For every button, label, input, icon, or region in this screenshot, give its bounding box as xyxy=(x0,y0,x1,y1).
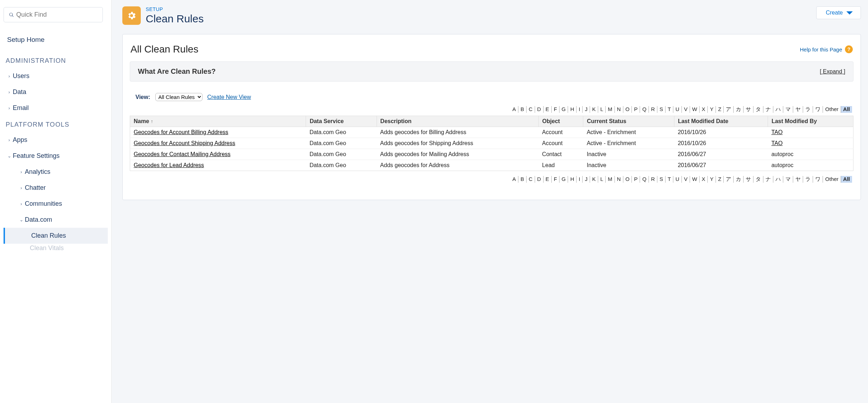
nav-data-com[interactable]: ⌄Data.com xyxy=(4,212,108,228)
alpha-letter[interactable]: L xyxy=(598,176,606,183)
nav-setup-home[interactable]: Setup Home xyxy=(4,33,108,52)
alpha-letter[interactable]: ラ xyxy=(803,106,813,113)
nav-users[interactable]: ›Users xyxy=(4,68,108,84)
alpha-letter[interactable]: B xyxy=(518,106,527,113)
alpha-letter[interactable]: Q xyxy=(640,106,649,113)
alpha-letter[interactable]: E xyxy=(544,106,552,113)
alpha-letter[interactable]: I xyxy=(577,176,583,183)
user-link[interactable]: TAO xyxy=(771,129,783,135)
alpha-letter[interactable]: C xyxy=(527,176,535,183)
nav-data[interactable]: ›Data xyxy=(4,84,108,100)
rule-name-link[interactable]: Geocodes for Contact Mailing Address xyxy=(134,151,230,157)
nav-analytics[interactable]: ›Analytics xyxy=(4,164,108,180)
alpha-letter[interactable]: O xyxy=(623,106,632,113)
alpha-letter[interactable]: G xyxy=(560,176,568,183)
alpha-letter[interactable]: S xyxy=(657,106,666,113)
alpha-letter[interactable]: F xyxy=(552,106,560,113)
alpha-letter[interactable]: N xyxy=(615,106,623,113)
alpha-letter[interactable]: A xyxy=(510,176,518,183)
alpha-letter[interactable]: D xyxy=(535,176,544,183)
alpha-letter[interactable]: X xyxy=(700,106,708,113)
alpha-letter[interactable]: ヤ xyxy=(793,176,803,183)
create-button[interactable]: Create xyxy=(816,6,861,19)
nav-feature-settings[interactable]: ⌄Feature Settings xyxy=(4,148,108,164)
nav-email[interactable]: ›Email xyxy=(4,100,108,116)
col-name[interactable]: Name ↑ xyxy=(130,116,306,127)
alpha-letter[interactable]: M xyxy=(606,176,615,183)
alpha-letter[interactable]: N xyxy=(615,176,623,183)
nav-clean-vitals[interactable]: Clean Vitals xyxy=(4,244,108,252)
user-link[interactable]: TAO xyxy=(771,140,783,146)
alpha-letter[interactable]: T xyxy=(666,106,673,113)
alpha-letter[interactable]: W xyxy=(690,106,700,113)
nav-communities[interactable]: ›Communities xyxy=(4,196,108,212)
alpha-letter[interactable]: U xyxy=(673,176,682,183)
col-data-service[interactable]: Data Service xyxy=(306,116,377,127)
alpha-all[interactable]: All xyxy=(841,176,852,183)
col-description[interactable]: Description xyxy=(377,116,539,127)
alpha-letter[interactable]: タ xyxy=(753,176,763,183)
quick-find-container[interactable] xyxy=(4,7,103,22)
alpha-letter[interactable]: D xyxy=(535,106,544,113)
help-link[interactable]: Help for this Page ? xyxy=(800,45,853,53)
alpha-letter[interactable]: ア xyxy=(724,106,734,113)
alpha-letter[interactable]: E xyxy=(544,176,552,183)
alpha-letter[interactable]: P xyxy=(632,176,640,183)
alpha-letter[interactable]: B xyxy=(518,176,527,183)
alpha-letter[interactable]: H xyxy=(568,106,577,113)
alpha-all[interactable]: All xyxy=(841,106,852,113)
alpha-letter[interactable]: C xyxy=(527,106,535,113)
alpha-letter[interactable]: Y xyxy=(708,106,716,113)
rule-name-link[interactable]: Geocodes for Lead Address xyxy=(134,162,204,168)
alpha-letter[interactable]: H xyxy=(568,176,577,183)
alpha-letter[interactable]: タ xyxy=(753,106,763,113)
alpha-letter[interactable]: T xyxy=(666,176,673,183)
alpha-letter[interactable]: ア xyxy=(724,176,734,183)
view-select[interactable]: All Clean Rules xyxy=(155,93,202,101)
alpha-letter[interactable]: カ xyxy=(734,176,744,183)
alpha-letter[interactable]: O xyxy=(623,176,632,183)
alpha-letter[interactable]: X xyxy=(700,176,708,183)
alpha-letter[interactable]: ラ xyxy=(803,176,813,183)
alpha-letter[interactable]: W xyxy=(690,176,700,183)
alpha-letter[interactable]: ナ xyxy=(763,176,773,183)
alpha-letter[interactable]: ヤ xyxy=(793,106,803,113)
alpha-letter[interactable]: Z xyxy=(716,176,724,183)
alpha-letter[interactable]: M xyxy=(606,106,615,113)
alpha-letter[interactable]: J xyxy=(583,176,590,183)
alpha-letter[interactable]: A xyxy=(510,106,518,113)
alpha-letter[interactable]: サ xyxy=(744,106,753,113)
col-last-modified-date[interactable]: Last Modified Date xyxy=(674,116,768,127)
alpha-letter[interactable]: Y xyxy=(708,176,716,183)
alpha-letter[interactable]: ハ xyxy=(773,106,783,113)
alpha-letter[interactable]: F xyxy=(552,176,560,183)
alpha-letter[interactable]: K xyxy=(590,176,598,183)
alpha-letter[interactable]: K xyxy=(590,106,598,113)
alpha-letter[interactable]: G xyxy=(560,106,568,113)
alpha-letter[interactable]: Z xyxy=(716,106,724,113)
alpha-letter[interactable]: ハ xyxy=(773,176,783,183)
alpha-letter[interactable]: S xyxy=(657,176,666,183)
alpha-letter[interactable]: R xyxy=(649,176,657,183)
alpha-letter[interactable]: V xyxy=(682,106,690,113)
expand-link[interactable]: [ Expand ] xyxy=(820,68,845,75)
nav-apps[interactable]: ›Apps xyxy=(4,132,108,148)
quick-find-input[interactable] xyxy=(16,11,98,18)
alpha-letter[interactable]: L xyxy=(598,106,606,113)
col-object[interactable]: Object xyxy=(539,116,583,127)
nav-clean-rules[interactable]: Clean Rules xyxy=(4,228,108,244)
alpha-letter[interactable]: ワ xyxy=(813,106,823,113)
alpha-letter[interactable]: Q xyxy=(640,176,649,183)
alpha-letter[interactable]: R xyxy=(649,106,657,113)
alpha-letter[interactable]: マ xyxy=(783,176,793,183)
rule-name-link[interactable]: Geocodes for Account Billing Address xyxy=(134,129,228,135)
alpha-letter[interactable]: サ xyxy=(744,176,753,183)
alpha-letter[interactable]: V xyxy=(682,176,690,183)
alpha-letter[interactable]: P xyxy=(632,106,640,113)
create-new-view-link[interactable]: Create New View xyxy=(207,94,251,100)
alpha-other[interactable]: Other xyxy=(823,106,841,113)
nav-chatter[interactable]: ›Chatter xyxy=(4,180,108,196)
alpha-letter[interactable]: ワ xyxy=(813,176,823,183)
alpha-letter[interactable]: カ xyxy=(734,106,744,113)
alpha-letter[interactable]: U xyxy=(673,106,682,113)
